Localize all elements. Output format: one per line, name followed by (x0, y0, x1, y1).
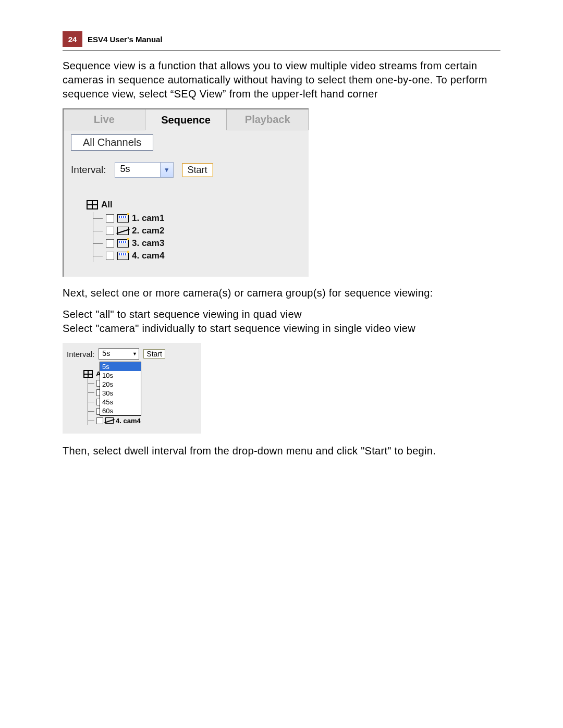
interval-options-list[interactable]: 5s 10s 20s 30s 45s 60s (100, 362, 141, 416)
interval-option[interactable]: 30s (100, 389, 141, 398)
select-individual-line: Select "camera" individually to start se… (63, 322, 500, 336)
interval-option[interactable]: 60s (100, 406, 141, 415)
tree-item-cam3[interactable]: 3. cam3 (93, 237, 309, 250)
tree-item-cam2[interactable]: 2. cam2 (93, 225, 309, 237)
cam-label: 3. cam3 (132, 238, 164, 249)
cam-label: 4. cam4 (116, 417, 141, 425)
interval-option[interactable]: 45s (100, 398, 141, 406)
interval-option[interactable]: 5s (100, 362, 141, 371)
cam-label: 4. cam4 (132, 251, 164, 261)
checkbox[interactable] (106, 239, 114, 248)
checkbox[interactable] (96, 417, 103, 424)
page-number: 24 (63, 31, 82, 47)
camera-tree: All 1. cam1 2. cam2 (64, 200, 309, 262)
tree-item-cam1[interactable]: 1. cam1 (93, 212, 309, 225)
interval-value: 5s (99, 349, 130, 359)
cam-label: 2. cam2 (132, 226, 164, 236)
header-rule (63, 50, 500, 51)
camera-icon (117, 252, 129, 260)
interval-value: 5s (115, 163, 160, 177)
tree-item-cam4[interactable]: 4. cam4 (88, 416, 198, 425)
page-header: 24 ESV4 User's Manual (63, 31, 500, 47)
quad-view-icon (87, 200, 98, 209)
start-button[interactable]: Start (182, 163, 213, 177)
interval-label: Interval: (67, 350, 94, 359)
sequence-panel-figure: Live Sequence Playback All Channels Inte… (63, 108, 309, 277)
select-cam-paragraph: Next, select one or more camera(s) or ca… (63, 286, 500, 300)
camera-icon (117, 214, 129, 223)
camera-offline-icon (117, 227, 129, 235)
tree-root-label: All (101, 200, 113, 210)
manual-title: ESV4 User's Manual (82, 31, 163, 47)
quad-view-icon (83, 370, 93, 378)
tree-item-cam4[interactable]: 4. cam4 (93, 250, 309, 262)
closing-paragraph: Then, select dwell interval from the dro… (63, 444, 500, 458)
checkbox[interactable] (106, 252, 114, 260)
interval-dropdown-figure: Interval: 5s ▼ Start 5s 10s 20s 30s 45s … (63, 343, 201, 434)
interval-option[interactable]: 10s (100, 371, 141, 380)
cam-label: 1. cam1 (132, 213, 164, 224)
checkbox[interactable] (106, 214, 114, 223)
intro-paragraph: Sequence view is a function that allows … (63, 59, 500, 101)
interval-label: Interval: (71, 164, 106, 176)
camera-offline-icon (105, 417, 114, 424)
tab-live[interactable]: Live (64, 109, 145, 130)
tab-playback[interactable]: Playback (227, 109, 309, 130)
camera-icon (117, 239, 129, 248)
chevron-down-icon: ▼ (160, 163, 173, 177)
tab-sequence[interactable]: Sequence (145, 109, 227, 130)
select-all-line: Select "all" to start sequence viewing i… (63, 307, 500, 322)
interval-dropdown[interactable]: 5s ▼ (115, 162, 174, 178)
interval-dropdown[interactable]: 5s ▼ (99, 348, 139, 360)
all-channels-button[interactable]: All Channels (71, 134, 153, 151)
checkbox[interactable] (106, 227, 114, 235)
chevron-down-icon: ▼ (130, 349, 139, 359)
interval-option[interactable]: 20s (100, 380, 141, 389)
start-button[interactable]: Start (143, 349, 165, 359)
